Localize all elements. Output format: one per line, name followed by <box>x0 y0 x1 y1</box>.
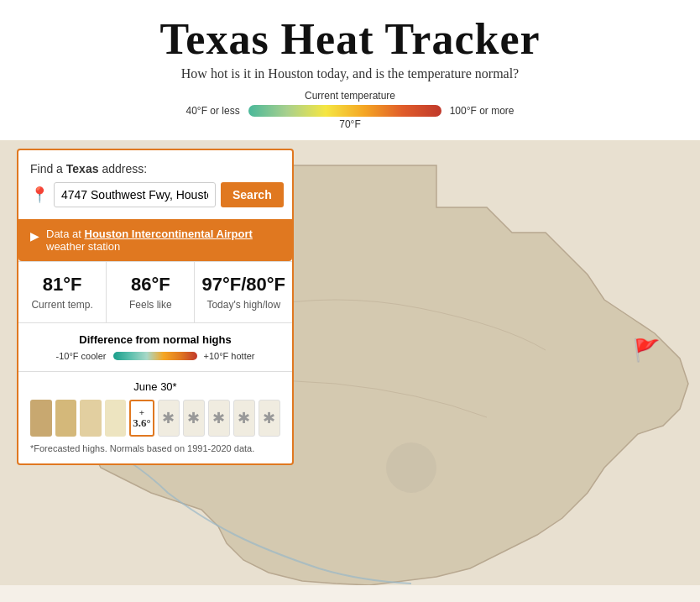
cal-cell-7: ✱ <box>183 400 205 437</box>
calendar-section: June 30* + 3.6° <box>18 371 292 463</box>
star-icon-7: ✱ <box>187 409 200 427</box>
cal-num: 3.6° <box>133 417 150 428</box>
calendar-date-label: June 30* <box>30 380 280 393</box>
cal-cell-1 <box>30 400 52 437</box>
temp-bar-left-label: 40°F or less <box>186 105 240 117</box>
map-flag-marker: 🚩 <box>633 338 660 364</box>
calendar-cells: + 3.6° ✱ ✱ ✱ <box>30 400 280 437</box>
left-panel: Find a Texas address: 📍 Search ▶ Data at… <box>17 149 294 465</box>
cal-cell-3 <box>80 400 102 437</box>
location-pin-icon: 📍 <box>30 186 49 204</box>
station-text: Data at Houston Intercontinental Airport… <box>46 228 280 253</box>
feels-like-value: 86°F <box>113 274 187 296</box>
cal-cell-2 <box>55 400 77 437</box>
station-info-bar: ▶ Data at Houston Intercontinental Airpo… <box>18 219 292 261</box>
cal-cell-4 <box>105 400 127 437</box>
search-input[interactable] <box>54 182 216 207</box>
cal-cell-highlighted: + 3.6° <box>129 400 154 437</box>
current-temp-value: 81°F <box>25 274 99 296</box>
star-icon-8: ✱ <box>212 409 225 427</box>
temp-cards-row: 81°F Current temp. 86°F Feels like 97°F/… <box>18 261 292 322</box>
star-icon-9: ✱ <box>238 409 250 427</box>
search-button[interactable]: Search <box>221 182 284 207</box>
feels-like-desc: Feels like <box>113 299 187 311</box>
page-title: Texas Heat Tracker <box>0 15 700 63</box>
cal-cell-9: ✱ <box>233 400 255 437</box>
temp-bar-right-label: 100°F or more <box>450 105 515 117</box>
diff-bar-right: +10°F hotter <box>204 351 255 361</box>
svg-point-1 <box>386 442 436 493</box>
main-panel: Find a Texas address: 📍 Search ▶ Data at… <box>17 149 294 465</box>
cal-cell-8: ✱ <box>208 400 230 437</box>
diff-bar-left: -10°F cooler <box>55 351 106 361</box>
cal-cell-6: ✱ <box>158 400 180 437</box>
temp-bar-label: Current temperature <box>0 90 700 102</box>
cal-cell-10: ✱ <box>259 400 280 437</box>
star-icon-10: ✱ <box>263 409 275 427</box>
diff-section: Difference from normal highs -10°F coole… <box>18 322 292 371</box>
high-low-card: 97°F/80°F Today's high/low <box>195 262 292 322</box>
current-temp-card: 81°F Current temp. <box>18 262 107 322</box>
page-subtitle: How hot is it in Houston today, and is t… <box>0 66 700 81</box>
star-icon-6: ✱ <box>162 409 175 427</box>
diff-title: Difference from normal highs <box>30 333 280 346</box>
current-temp-desc: Current temp. <box>25 299 99 311</box>
temp-gradient-bar <box>248 105 441 117</box>
feels-like-card: 86°F Feels like <box>107 262 195 322</box>
find-address-label: Find a Texas address: <box>30 162 280 175</box>
calendar-footnote: *Forecasted highs. Normals based on 1991… <box>30 443 280 453</box>
arrow-icon: ▶ <box>30 229 39 243</box>
high-low-desc: Today's high/low <box>201 299 285 311</box>
high-low-value: 97°F/80°F <box>201 274 285 296</box>
temp-bar-center-label: 70°F <box>0 118 700 130</box>
diff-gradient-bar <box>113 352 197 360</box>
